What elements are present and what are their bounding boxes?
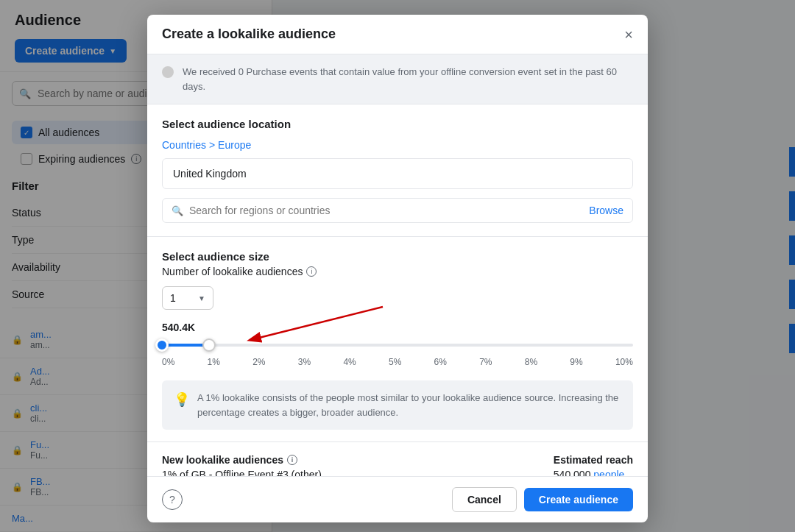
slider-label-0: 0% xyxy=(162,357,174,367)
radio-icon xyxy=(162,66,174,78)
slider-label-6: 6% xyxy=(434,357,447,367)
number-dropdown[interactable]: 1 ▼ xyxy=(162,286,213,310)
warning-text: We received 0 Purchase events that conta… xyxy=(183,65,633,93)
estimated-reach-title: Estimated reach xyxy=(554,454,633,466)
cancel-button[interactable]: Cancel xyxy=(452,487,517,512)
breadcrumb-europe[interactable]: Europe xyxy=(218,139,251,151)
new-audiences-info-icon[interactable]: i xyxy=(287,455,297,465)
reach-people-link[interactable]: people xyxy=(593,469,624,476)
slider-label-4: 4% xyxy=(343,357,356,367)
breadcrumb: Countries > Europe xyxy=(162,139,633,151)
search-regions-icon: 🔍 xyxy=(172,205,183,216)
help-icon[interactable]: ? xyxy=(162,489,183,510)
search-regions-input[interactable] xyxy=(189,205,583,216)
footer-actions: Cancel Create audience xyxy=(452,487,633,512)
lookalike-label-text: Number of lookalike audiences xyxy=(162,266,303,277)
slider-label-5: 5% xyxy=(389,357,401,367)
create-audience-button[interactable]: Create audience xyxy=(524,488,633,511)
slider-container: 0% 1% 2% 3% 4% 5% 6% 7% 8% 9% 10% xyxy=(162,344,633,367)
location-section: Select audience location Countries > Eur… xyxy=(147,104,648,236)
modal-body: We received 0 Purchase events that conta… xyxy=(147,54,648,476)
browse-link[interactable]: Browse xyxy=(589,205,623,216)
slider-label-3: 3% xyxy=(298,357,311,367)
size-section: Select audience size Number of lookalike… xyxy=(147,237,648,380)
slider-label-9: 9% xyxy=(570,357,582,367)
selected-location: United Kingdom xyxy=(162,158,633,189)
new-audiences-right: Estimated reach 540,000 people xyxy=(554,454,633,476)
modal-title: Create a lookalike audience xyxy=(162,26,336,42)
close-button[interactable]: × xyxy=(624,27,633,42)
modal-header: Create a lookalike audience × xyxy=(147,15,648,54)
slider-track xyxy=(162,344,633,347)
new-audiences-row: New lookalike audiences i 1% of GB - Off… xyxy=(147,441,648,476)
lookalike-info-icon[interactable]: i xyxy=(306,266,317,277)
breadcrumb-countries[interactable]: Countries xyxy=(162,139,206,151)
lookalike-label: Number of lookalike audiences i xyxy=(162,266,633,277)
slider-label-2: 2% xyxy=(252,357,265,367)
modal-footer: ? Cancel Create audience xyxy=(147,476,648,522)
slider-label-8: 8% xyxy=(525,357,537,367)
slider-label-1: 1% xyxy=(208,357,220,367)
dropdown-arrow-icon: ▼ xyxy=(198,294,205,302)
slider-thumb-right[interactable] xyxy=(202,338,216,352)
info-box-text: A 1% lookalike consists of the people mo… xyxy=(197,391,621,419)
breadcrumb-separator: > xyxy=(209,139,215,151)
new-audiences-value: 1% of GB - Offline Event #3 (other) xyxy=(162,469,322,476)
slider-labels: 0% 1% 2% 3% 4% 5% 6% 7% 8% 9% 10% xyxy=(162,357,633,367)
location-section-title: Select audience location xyxy=(162,118,633,130)
info-box: 💡 A 1% lookalike consists of the people … xyxy=(162,380,633,430)
number-value: 1 xyxy=(170,292,198,304)
bulb-icon: 💡 xyxy=(174,391,190,408)
slider-label-10: 10% xyxy=(615,357,633,367)
new-audiences-left: New lookalike audiences i 1% of GB - Off… xyxy=(162,454,322,476)
warning-banner: We received 0 Purchase events that conta… xyxy=(147,54,648,104)
slider-value: 540.4K xyxy=(162,322,633,333)
size-section-title: Select audience size xyxy=(162,250,633,263)
search-regions-box: 🔍 Browse xyxy=(162,198,633,223)
slider-label-7: 7% xyxy=(479,357,492,367)
new-audiences-title: New lookalike audiences i xyxy=(162,454,322,466)
modal: Create a lookalike audience × We receive… xyxy=(147,15,648,522)
slider-thumb-left[interactable] xyxy=(155,338,169,352)
reach-value: 540,000 people xyxy=(554,469,633,476)
